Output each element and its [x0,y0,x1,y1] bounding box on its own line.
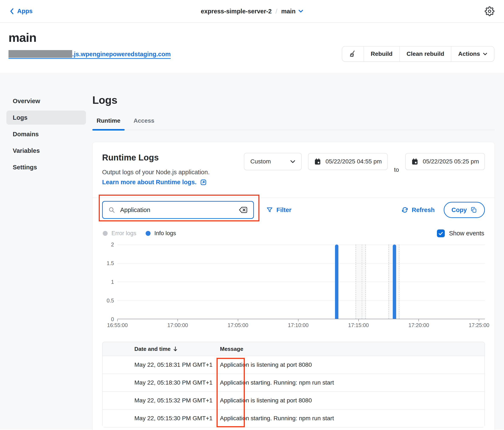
breadcrumb-env-name: main [281,8,296,15]
breadcrumb-app-name: express-simple-server-2 [201,8,272,15]
log-datetime: May 22, 05:15:32 PM GMT+1 [103,397,220,404]
sidebar-item-variables[interactable]: Variables [6,144,86,158]
column-date-and-time[interactable]: Date and time [103,346,220,352]
x-tick-label: 17:00:00 [167,322,188,328]
gridline [117,263,485,264]
sidebar-item-overview[interactable]: Overview [6,94,86,108]
table-row: May 22, 05:15:30 PM GMT+1 Application st… [103,409,485,427]
environment-url-link[interactable]: .js.wpenginepoweredstaging.com [9,50,171,59]
rebuild-label: Rebuild [371,51,393,57]
date-column-label: Date and time [134,346,171,352]
tab-runtime[interactable]: Runtime [97,117,120,130]
y-tick-label: 0.5 [107,297,114,304]
gridline [117,282,485,282]
page-header: main .js.wpenginepoweredstaging.com Rebu… [0,23,504,73]
logs-main: Logs Runtime Access Runtime Logs Output … [86,94,495,430]
log-datetime: May 22, 05:18:31 PM GMT+1 [103,361,220,368]
back-to-apps-link[interactable]: Apps [9,8,33,15]
x-tick-label: 17:10:00 [288,322,308,328]
breadcrumb-separator: / [276,7,278,15]
legend-info-label: Info logs [154,230,176,237]
chart-plot [117,244,485,319]
table-header-row: Date and time Message [103,342,485,356]
tab-access[interactable]: Access [134,117,154,130]
sidebar-item-settings[interactable]: Settings [6,160,86,174]
log-datetime: May 22, 05:18:30 PM GMT+1 [103,379,220,386]
search-icon [108,206,115,213]
logs-tabs: Runtime Access [92,117,495,130]
clear-search-icon[interactable] [238,206,248,214]
back-label: Apps [17,8,33,15]
chevron-down-icon [290,160,295,163]
chevron-down-icon [298,10,303,13]
legend-info-logs[interactable]: Info logs [146,230,176,237]
toolbar-right: Refresh Copy [401,202,485,218]
sort-desc-icon [173,346,178,352]
log-message: Application starting. Running: npm run s… [220,379,485,386]
topbar: Apps express-simple-server-2 / main [0,0,504,23]
filter-button[interactable]: Filter [266,206,291,214]
chart-legend-row: Error logs Info logs Show events [93,229,495,237]
range-to-input[interactable]: 05/22/2025 05:25 pm [405,153,485,170]
x-tick-label: 17:05:00 [228,322,248,328]
range-to-label: to [394,166,399,173]
log-message: Application is listening at port 8080 [220,361,485,368]
column-message: Message [220,346,485,352]
url-visible-suffix: .js.wpenginepoweredstaging.com [72,51,171,58]
filter-funnel-icon [266,206,273,213]
breadcrumb: express-simple-server-2 / main [201,7,303,15]
x-tick-mark [117,319,118,321]
rebuild-button[interactable]: Rebuild [363,46,399,61]
x-tick-label: 17:25:00 [469,322,489,328]
y-tick-label: 1.5 [107,260,114,266]
table-row: May 22, 05:15:32 PM GMT+1 Application is… [103,391,485,409]
sidebar-item-domains[interactable]: Domains [6,127,86,141]
refresh-button[interactable]: Refresh [401,206,435,214]
refresh-icon [401,206,408,214]
calendar-icon [314,158,321,165]
search-input[interactable] [120,206,233,214]
learn-more-link[interactable]: Learn more about Runtime logs. [102,179,209,186]
table-row: May 22, 05:18:30 PM GMT+1 Application st… [103,374,485,391]
x-tick-label: 17:15:00 [348,322,369,328]
broom-icon [349,50,357,58]
chart-bar [393,244,396,319]
log-volume-chart: 2 1.5 1 0.5 0 16:55:0017:00:0017:05:0017… [93,244,495,329]
external-link-icon [200,179,207,186]
gridline [117,244,485,245]
log-table: Date and time Message May 22, 05:18:31 P… [102,342,485,428]
environment-switcher[interactable]: main [281,8,303,15]
copy-button[interactable]: Copy [444,202,485,218]
runtime-logs-card: Runtime Logs Output logs of your Node.js… [92,142,495,430]
card-header: Runtime Logs Output logs of your Node.js… [93,142,495,197]
event-band [356,244,366,319]
gridline [117,300,485,301]
logs-page-title: Logs [92,94,495,106]
clean-cache-button[interactable] [342,46,363,61]
x-tick-mark [358,319,359,321]
y-tick-label: 0 [111,316,114,322]
range-preset-select[interactable]: Custom [244,153,302,170]
sidebar-item-logs[interactable]: Logs [6,111,86,125]
actions-label: Actions [458,51,480,57]
range-from-value: 05/22/2025 04:55 pm [325,158,382,165]
logs-toolbar: Filter Refresh Copy [93,197,495,219]
x-tick-label: 16:55:00 [107,322,128,328]
show-events-checkbox[interactable]: Show events [437,229,484,237]
range-from-input[interactable]: 05/22/2025 04:55 pm [308,153,388,170]
legend-error-logs[interactable]: Error logs [103,230,136,237]
actions-dropdown-button[interactable]: Actions [451,46,494,61]
x-tick-mark [298,319,298,321]
settings-gear-icon[interactable] [485,6,495,16]
content-area: Overview Logs Domains Variables Settings… [0,73,504,430]
learn-more-label: Learn more about Runtime logs. [102,179,197,186]
sidebar-item-label: Settings [13,164,37,171]
table-row: May 22, 05:18:31 PM GMT+1 Application is… [103,356,485,374]
log-message: Application starting. Running: npm run s… [220,415,485,422]
sidebar-item-label: Overview [13,98,40,105]
calendar-icon [411,158,418,165]
clean-rebuild-button[interactable]: Clean rebuild [399,46,451,61]
copy-icon [471,207,477,213]
y-tick-label: 2 [111,242,114,248]
environment-actions-group: Rebuild Clean rebuild Actions [342,46,495,62]
